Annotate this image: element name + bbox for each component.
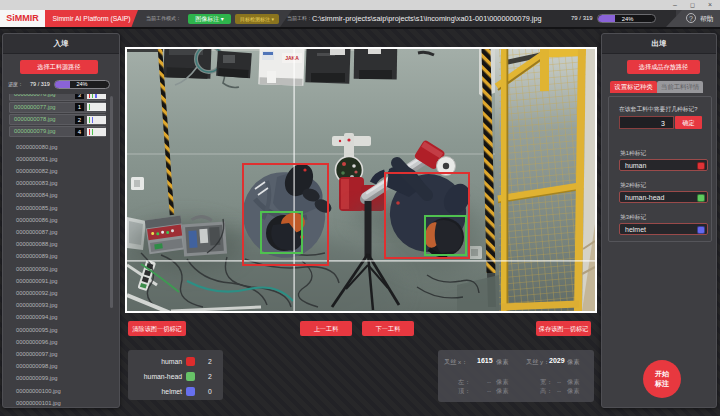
svg-text:JAKA: JAKA — [285, 55, 299, 61]
